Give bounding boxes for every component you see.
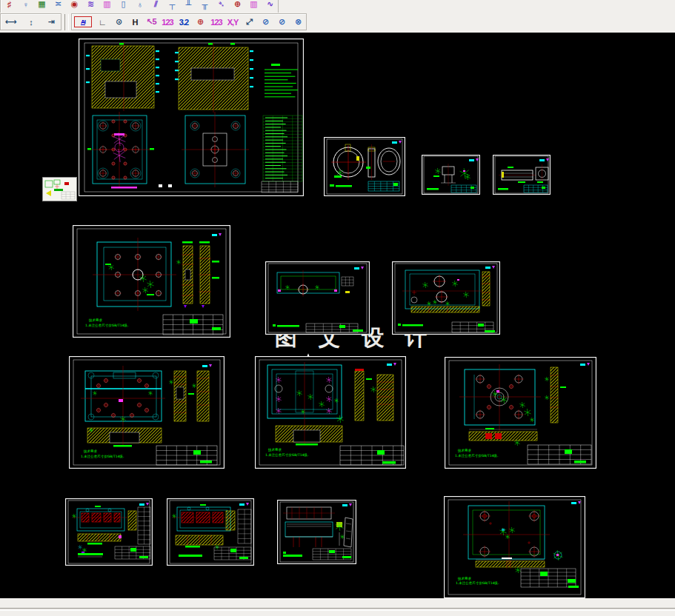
sheet-punch-strip-mid[interactable] bbox=[167, 498, 254, 566]
xy-coordinate-tool[interactable]: X,Y bbox=[225, 14, 241, 30]
sheet-die-plate[interactable]: 技术要求1.未注公差尺寸按GB/T14级。 bbox=[69, 356, 225, 469]
svg-text:1.未注公差尺寸按GB/T14级。: 1.未注公差尺寸按GB/T14级。 bbox=[456, 581, 501, 585]
sheet-locating-ring[interactable] bbox=[324, 137, 405, 196]
radius-dimension-tool[interactable]: ⊙ bbox=[110, 14, 127, 30]
guide-post-tool[interactable]: ♁ bbox=[131, 0, 147, 12]
dimension-edit-tool[interactable]: ⊘ bbox=[273, 14, 290, 30]
svg-text:技术要求: 技术要求 bbox=[457, 577, 472, 580]
svg-text:技术要求: 技术要求 bbox=[267, 448, 282, 452]
t-slot-tool[interactable]: ┬ bbox=[164, 0, 180, 12]
sheet-bottom-plate[interactable]: 技术要求1.未注公差尺寸按GB/T14级。 bbox=[444, 496, 585, 598]
text-style-tool[interactable]: AI bbox=[74, 16, 92, 27]
toolbar-panel-library: ♯♀▦≍◉≋▥▯♁⫽┬╨╥➴⊕▥∿ bbox=[0, 0, 279, 13]
linear-dimension-tool[interactable]: ⟷ bbox=[1, 14, 21, 30]
u-joint-tool[interactable]: ╨ bbox=[180, 0, 196, 12]
die-punch-tool[interactable]: ♯ bbox=[1, 0, 17, 12]
scale-bar-tool[interactable]: ▥ bbox=[99, 0, 115, 12]
drawing-canvas[interactable]: 图 文 设 计 技术要求1.未注公差尺寸按GB/T14级。技术要求1.未注公差尺… bbox=[0, 33, 675, 598]
cad-application-window: ♯♀▦≍◉≋▥▯♁⫽┬╨╥➴⊕▥∿ ⟷↕⇥ AI∟⊙H↖51233.2⊕123X… bbox=[0, 0, 675, 616]
curve-tool[interactable]: ∿ bbox=[262, 0, 278, 12]
double-joint-tool[interactable]: ╥ bbox=[196, 0, 213, 12]
spring-tool[interactable]: ≋ bbox=[82, 0, 99, 12]
sheet-thumbnail-detail[interactable] bbox=[42, 177, 77, 201]
datum-symbol-tool[interactable]: ⊕ bbox=[192, 14, 208, 30]
dimension-update-tool[interactable]: ⊗ bbox=[290, 14, 306, 30]
toolbar-grip[interactable] bbox=[64, 14, 69, 30]
sheet-punch-strip-left[interactable] bbox=[65, 498, 153, 566]
ruler-bar-tool[interactable]: ▥ bbox=[245, 0, 262, 12]
sheet-clamping-plate[interactable]: 技术要求1.未注公差尺寸按GB/T14级。 bbox=[445, 357, 596, 469]
sheet-ejector-detail[interactable] bbox=[422, 155, 480, 195]
locating-ring-tool[interactable]: ⊕ bbox=[229, 0, 245, 12]
suppress-dimension-tool[interactable]: ⊘ bbox=[257, 14, 273, 30]
svg-text:1.未注公差尺寸按GB/T14级。: 1.未注公差尺寸按GB/T14级。 bbox=[85, 324, 130, 327]
clamp-plate-tool[interactable]: ≍ bbox=[50, 0, 66, 12]
sheet-support-plate[interactable] bbox=[265, 261, 370, 335]
status-bar-groove bbox=[0, 608, 675, 611]
toolbar-row-dimension: ⟷↕⇥ AI∟⊙H↖51233.2⊕123X,Y⤢⊘⊘⊗ bbox=[0, 13, 675, 33]
svg-text:1.未注公差尺寸按GB/T14级。: 1.未注公差尺寸按GB/T14级。 bbox=[455, 454, 500, 458]
continue-dimension-tool[interactable]: ⇥ bbox=[41, 14, 61, 30]
svg-text:1.未注公差尺寸按GB/T14级。: 1.未注公差尺寸按GB/T14级。 bbox=[81, 455, 126, 458]
toolbar-row-tools: ♯♀▦≍◉≋▥▯♁⫽┬╨╥➴⊕▥∿ bbox=[0, 0, 675, 13]
sheet-guide-rail-detail[interactable] bbox=[493, 155, 551, 195]
roughness-symbol-tool[interactable]: 3.2 bbox=[176, 14, 192, 30]
ucs-axis-tool[interactable]: ∟ bbox=[94, 14, 110, 30]
svg-text:技术要求: 技术要求 bbox=[88, 318, 103, 322]
vertical-dimension-tool[interactable]: ↕ bbox=[21, 14, 41, 30]
sheet-moving-plate[interactable] bbox=[392, 261, 500, 335]
toolbar-panel-dim-basic: ⟷↕⇥ bbox=[0, 13, 61, 30]
status-bar bbox=[0, 598, 675, 616]
linear-h-dimension-tool[interactable]: H bbox=[127, 14, 143, 30]
die-set-tool[interactable]: ▦ bbox=[33, 0, 50, 12]
sheet-ejector-bracket[interactable] bbox=[277, 500, 356, 564]
toolbar-panel-dim-annotate: AI∟⊙H↖51233.2⊕123X,Y⤢⊘⊘⊗ bbox=[71, 13, 307, 30]
screw-tool[interactable]: ➴ bbox=[213, 0, 229, 12]
toolbar-area: ♯♀▦≍◉≋▥▯♁⫽┬╨╥➴⊕▥∿ ⟷↕⇥ AI∟⊙H↖51233.2⊕123X… bbox=[0, 0, 675, 33]
sheet-cavity-plate[interactable]: 技术要求1.未注公差尺寸按GB/T14级。 bbox=[255, 356, 406, 469]
angle-dimension-tool[interactable]: ⤢ bbox=[241, 14, 257, 30]
svg-text:技术要求: 技术要求 bbox=[83, 449, 98, 453]
wheel-insert-tool[interactable]: ◉ bbox=[66, 0, 82, 12]
sheet-mold-assembly[interactable] bbox=[79, 38, 304, 196]
sheet-fixed-plate[interactable]: 技术要求1.未注公差尺寸按GB/T14级。 bbox=[73, 225, 230, 338]
hatch-lines-tool[interactable]: ⫽ bbox=[147, 0, 164, 12]
leader-tool[interactable]: ↖5 bbox=[143, 14, 159, 30]
balloon-number-tool[interactable]: 123 bbox=[208, 14, 225, 30]
svg-text:技术要求: 技术要求 bbox=[457, 449, 472, 452]
svg-text:1.未注公差尺寸按GB/T14级。: 1.未注公差尺寸按GB/T14级。 bbox=[265, 453, 310, 457]
ordinate-dimension-tool[interactable]: 123 bbox=[159, 14, 176, 30]
pin-tool[interactable]: ♀ bbox=[17, 0, 33, 12]
bushing-tool[interactable]: ▯ bbox=[115, 0, 131, 12]
